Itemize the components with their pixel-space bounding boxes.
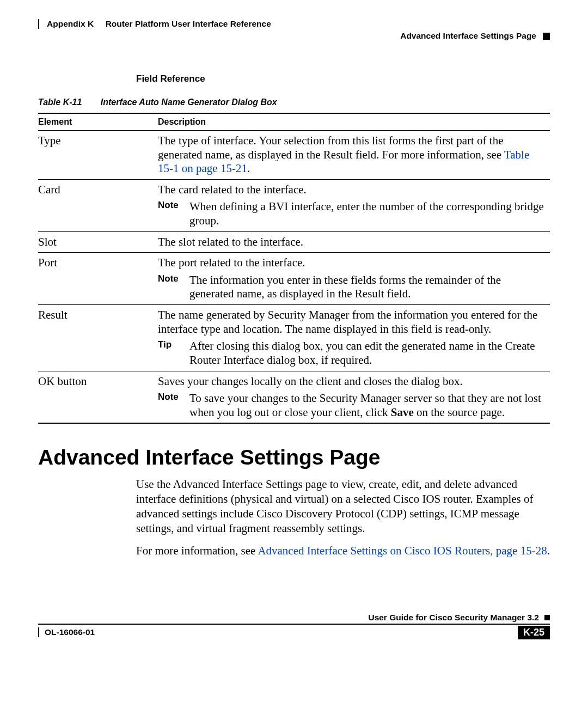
table-row: Port The port related to the interface. …: [38, 253, 550, 305]
note-text: To save your changes to the Security Man…: [189, 392, 544, 419]
save-keyword: Save: [391, 406, 414, 419]
footer-marker-icon: [544, 615, 550, 620]
description-cell: The type of interface. Your selection fr…: [158, 131, 550, 180]
description-cell: Saves your changes locally on the client…: [158, 371, 550, 423]
page-number: K-25: [518, 626, 550, 639]
description-cell: The slot related to the interface.: [158, 231, 550, 253]
element-cell: Slot: [38, 231, 158, 253]
description-cell: The name generated by Security Manager f…: [158, 305, 550, 371]
page-subheader: Advanced Interface Settings Page: [38, 31, 550, 41]
col-header-element: Element: [38, 113, 158, 131]
col-header-description: Description: [158, 113, 550, 131]
appendix-label: Appendix K: [47, 19, 94, 28]
tip-text: After closing this dialog box, you can e…: [189, 339, 544, 367]
table-row: Result The name generated by Security Ma…: [38, 305, 550, 371]
element-cell: Type: [38, 131, 158, 180]
note-label: Note: [158, 273, 180, 301]
table-number: Table K-11: [38, 97, 82, 107]
description-cell: The card related to the interface. Note …: [158, 179, 550, 231]
doc-id: OL-16066-01: [45, 627, 95, 637]
header-rule-icon: [38, 19, 39, 29]
element-cell: Card: [38, 179, 158, 231]
body-paragraph: Use the Advanced Interface Settings page…: [136, 477, 550, 536]
page-footer: User Guide for Cisco Security Manager 3.…: [38, 613, 550, 639]
body-paragraph: For more information, see Advanced Inter…: [136, 544, 550, 558]
header-marker-icon: [543, 33, 550, 40]
tip-label: Tip: [158, 339, 180, 367]
table-row: Slot The slot related to the interface.: [38, 231, 550, 253]
page-header: Appendix K Router Platform User Interfac…: [38, 19, 550, 29]
note-text: The information you enter in these field…: [189, 273, 544, 301]
table-title: Interface Auto Name Generator Dialog Box: [101, 97, 277, 107]
appendix-title: Router Platform User Interface Reference: [106, 19, 271, 28]
guide-title: User Guide for Cisco Security Manager 3.…: [368, 613, 539, 623]
table-row: Type The type of interface. Your selecti…: [38, 131, 550, 180]
element-cell: Result: [38, 305, 158, 371]
description-cell: The port related to the interface. Note …: [158, 253, 550, 305]
element-cell: OK button: [38, 371, 158, 423]
element-cell: Port: [38, 253, 158, 305]
table-row: Card The card related to the interface. …: [38, 179, 550, 231]
table-caption: Table K-11 Interface Auto Name Generator…: [38, 97, 550, 107]
field-reference-heading: Field Reference: [136, 74, 550, 84]
note-text: When defining a BVI interface, enter the…: [189, 200, 544, 228]
field-reference-table: Element Description Type The type of int…: [38, 113, 550, 424]
footer-rule-icon: [38, 627, 39, 637]
table-row: OK button Saves your changes locally on …: [38, 371, 550, 423]
note-label: Note: [158, 200, 180, 228]
cross-ref-link[interactable]: Advanced Interface Settings on Cisco IOS…: [258, 544, 547, 557]
section-breadcrumb: Advanced Interface Settings Page: [400, 31, 536, 41]
note-label: Note: [158, 392, 180, 419]
section-heading: Advanced Interface Settings Page: [38, 446, 550, 469]
